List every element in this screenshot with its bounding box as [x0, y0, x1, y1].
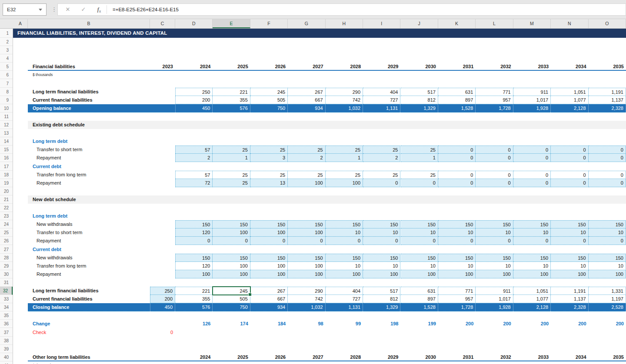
cell-L26[interactable]: 0 — [476, 237, 513, 245]
row-header-3[interactable]: 3 — [0, 46, 13, 54]
cell-M33[interactable]: 1,077 — [513, 295, 551, 303]
cell-O29[interactable]: 10 — [589, 262, 626, 270]
cell-G32[interactable]: 290 — [288, 287, 325, 295]
cell-L40[interactable]: 2032 — [476, 353, 513, 361]
cell-K30[interactable]: 100 — [438, 270, 476, 278]
cell-H8[interactable]: 290 — [326, 88, 363, 96]
cell-M9[interactable]: 1,017 — [513, 96, 551, 104]
cell-F34[interactable]: 934 — [250, 303, 288, 311]
row-header-1[interactable]: 1 — [0, 29, 13, 38]
cell-L9[interactable]: 957 — [476, 96, 513, 104]
cell-M30[interactable]: 100 — [513, 270, 551, 278]
cell-H19[interactable]: 100 — [326, 179, 363, 187]
header-label[interactable]: Financial liabilities — [28, 63, 75, 71]
cell-H36[interactable]: 99 — [326, 320, 363, 328]
cell-K28[interactable]: 150 — [438, 254, 476, 262]
cell-O9[interactable]: 1,137 — [589, 96, 626, 104]
cell-K5[interactable]: 2031 — [438, 63, 476, 71]
row-label[interactable]: Long term financial liabilities — [28, 88, 99, 96]
cell-I9[interactable]: 727 — [363, 96, 400, 104]
row-header-7[interactable]: 7 — [0, 79, 13, 88]
cell-H16[interactable]: 1 — [326, 154, 363, 162]
row-header-19[interactable]: 19 — [0, 179, 13, 187]
cell-H10[interactable]: 1,032 — [326, 104, 363, 113]
row-header-41[interactable]: 41 — [0, 361, 13, 364]
cell-I40[interactable]: 2029 — [363, 353, 400, 361]
row-label[interactable]: Transfer from long term — [28, 262, 87, 270]
cell-D25[interactable]: 120 — [175, 228, 213, 237]
unit-label[interactable]: $ thousands — [28, 71, 53, 79]
cell-I15[interactable]: 25 — [363, 146, 400, 154]
cell-N18[interactable]: 0 — [551, 171, 588, 179]
column-header-F[interactable]: F — [250, 19, 288, 28]
subsection-label[interactable]: Long term debt — [28, 137, 67, 146]
name-box[interactable]: E32 — [3, 3, 47, 16]
cell-K33[interactable]: 957 — [438, 295, 476, 303]
row-header-38[interactable]: 38 — [0, 337, 13, 345]
cell-I36[interactable]: 198 — [363, 320, 400, 328]
cell-G9[interactable]: 667 — [288, 96, 325, 104]
cell-K36[interactable]: 200 — [438, 320, 476, 328]
cell-G34[interactable]: 1,032 — [288, 303, 325, 311]
cell-L24[interactable]: 150 — [476, 220, 513, 228]
cell-K26[interactable]: 0 — [438, 237, 476, 245]
row-header-5[interactable]: 5 — [0, 63, 13, 71]
cell-E28[interactable]: 150 — [213, 254, 250, 262]
section-label[interactable]: New debt schedule — [28, 195, 76, 204]
cell-G26[interactable]: 0 — [288, 237, 325, 245]
cell-J10[interactable]: 1,329 — [401, 104, 438, 113]
cell-L30[interactable]: 100 — [476, 270, 513, 278]
column-header-A[interactable]: A — [13, 19, 28, 28]
cell-I8[interactable]: 404 — [363, 88, 400, 96]
row-header-30[interactable]: 30 — [0, 270, 13, 278]
cell-I30[interactable]: 100 — [363, 270, 400, 278]
cell-M25[interactable]: 10 — [513, 228, 551, 237]
cell-I28[interactable]: 150 — [363, 254, 400, 262]
cell-J24[interactable]: 150 — [401, 220, 438, 228]
row-header-4[interactable]: 4 — [0, 54, 13, 63]
cell-N29[interactable]: 10 — [551, 262, 588, 270]
cell-O34[interactable]: 2,528 — [589, 303, 626, 311]
cell-O26[interactable]: 0 — [589, 237, 626, 245]
row-label[interactable]: Repayment — [28, 237, 61, 245]
cell-D15[interactable]: 57 — [175, 146, 213, 154]
cell-K29[interactable]: 10 — [438, 262, 476, 270]
column-header-L[interactable]: L — [476, 19, 513, 28]
row-header-2[interactable]: 2 — [0, 38, 13, 46]
row-header-31[interactable]: 31 — [0, 278, 13, 287]
cell-J28[interactable]: 150 — [401, 254, 438, 262]
row-header-9[interactable]: 9 — [0, 96, 13, 104]
cell-M5[interactable]: 2033 — [513, 63, 551, 71]
cell-F28[interactable]: 150 — [250, 254, 288, 262]
cell-D9[interactable]: 200 — [175, 96, 213, 104]
subsection-label[interactable]: Current debt — [28, 245, 61, 254]
cell-N24[interactable]: 150 — [551, 220, 588, 228]
selected-cell-outline[interactable] — [212, 286, 250, 295]
cell-D16[interactable]: 2 — [175, 154, 213, 162]
cell-J15[interactable]: 25 — [401, 146, 438, 154]
cell-D32[interactable]: 221 — [175, 287, 213, 295]
cell-C32[interactable]: 250 — [150, 287, 175, 295]
row-label[interactable]: Long term financial liabilities — [28, 287, 99, 295]
cell-O32[interactable]: 1,331 — [589, 287, 626, 295]
cell-I33[interactable]: 812 — [363, 295, 400, 303]
cell-H30[interactable]: 100 — [326, 270, 363, 278]
row-label[interactable]: Repayment — [28, 270, 61, 278]
cell-M34[interactable]: 2,128 — [513, 303, 551, 311]
cell-M16[interactable]: 0 — [513, 154, 551, 162]
column-header-N[interactable]: N — [551, 19, 588, 28]
row-label[interactable]: Transfer from long term — [28, 171, 87, 179]
cell-F36[interactable]: 184 — [250, 320, 288, 328]
cell-N33[interactable]: 1,137 — [551, 295, 588, 303]
cell-N25[interactable]: 10 — [551, 228, 588, 237]
cell-F8[interactable]: 245 — [250, 88, 288, 96]
cell-G30[interactable]: 100 — [288, 270, 325, 278]
cell-J18[interactable]: 25 — [401, 171, 438, 179]
cell-I29[interactable]: 10 — [363, 262, 400, 270]
cell-M36[interactable]: 200 — [513, 320, 551, 328]
row-header-22[interactable]: 22 — [0, 204, 13, 212]
cell-L8[interactable]: 771 — [476, 88, 513, 96]
row-label[interactable]: Current financial liabilities — [28, 96, 93, 104]
column-header-C[interactable]: C — [150, 19, 175, 28]
cancel-icon[interactable]: ✕ — [61, 4, 74, 15]
